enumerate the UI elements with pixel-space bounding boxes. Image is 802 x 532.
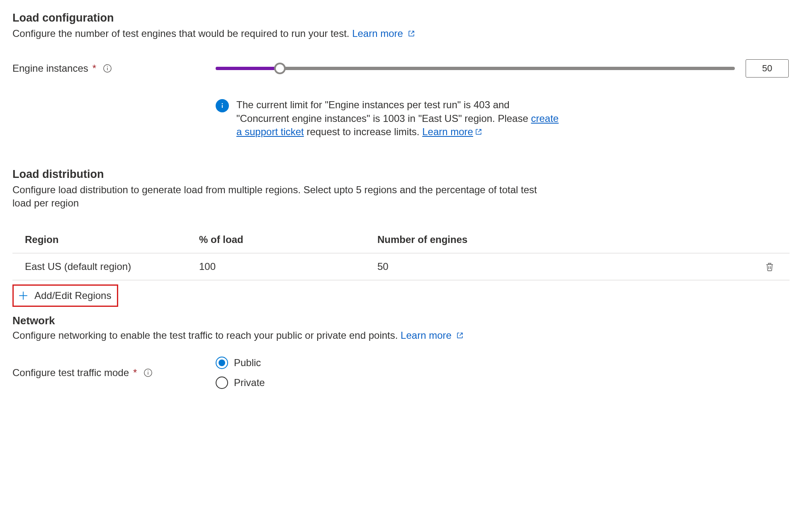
svg-point-2: [107, 66, 108, 67]
traffic-mode-private-radio[interactable]: Private: [216, 377, 265, 389]
load-config-desc-text: Configure the number of test engines tha…: [12, 28, 349, 39]
traffic-mode-label: Configure test traffic mode: [12, 367, 129, 379]
load-dist-desc: Configure load distribution to generate …: [12, 183, 552, 210]
add-edit-regions-label: Add/Edit Regions: [34, 290, 111, 301]
plus-icon: [18, 290, 29, 301]
load-config-title: Load configuration: [12, 12, 790, 24]
radio-public-label: Public: [234, 357, 261, 369]
engine-limit-info: The current limit for "Engine instances …: [236, 98, 564, 138]
network-learn-more-label: Learn more: [401, 330, 452, 341]
engine-instances-slider[interactable]: [216, 62, 735, 75]
cell-pct: 100: [199, 261, 377, 272]
network-desc: Configure networking to enable the test …: [12, 329, 552, 342]
info-badge-icon: [216, 99, 229, 112]
info-icon[interactable]: [143, 368, 153, 377]
network-desc-text: Configure networking to enable the test …: [12, 330, 398, 341]
network-learn-more-link[interactable]: Learn more: [401, 330, 463, 341]
load-dist-title: Load distribution: [12, 168, 790, 181]
delete-region-button[interactable]: [765, 261, 784, 272]
network-title: Network: [12, 314, 790, 327]
region-table: Region % of load Number of engines East …: [12, 226, 790, 280]
engine-instances-input[interactable]: [746, 59, 789, 78]
learn-more-label: Learn more: [352, 28, 403, 39]
table-header: Region % of load Number of engines: [12, 226, 790, 253]
load-config-desc: Configure the number of test engines tha…: [12, 27, 552, 40]
col-engines: Number of engines: [377, 234, 755, 245]
required-star-icon: *: [133, 367, 137, 379]
engine-instances-label: Engine instances: [12, 63, 88, 74]
external-link-icon: [408, 30, 415, 37]
external-link-icon: [475, 128, 482, 136]
col-pct: % of load: [199, 234, 377, 245]
load-config-learn-more-link[interactable]: Learn more: [352, 28, 415, 39]
table-row: East US (default region)10050: [12, 253, 790, 280]
external-link-icon: [456, 332, 464, 339]
svg-point-4: [222, 103, 223, 104]
cell-region: East US (default region): [25, 261, 199, 272]
required-star-icon: *: [92, 63, 96, 74]
trash-icon: [765, 261, 775, 272]
info-text-b: request to increase limits.: [304, 126, 422, 137]
radio-private-label: Private: [234, 377, 265, 389]
col-region: Region: [25, 234, 199, 245]
add-edit-regions-button[interactable]: Add/Edit Regions: [12, 284, 118, 307]
traffic-mode-public-radio[interactable]: Public: [216, 357, 265, 369]
limits-learn-more-label: Learn more: [422, 126, 473, 137]
radio-unchecked-icon: [216, 377, 228, 389]
limits-learn-more-link[interactable]: Learn more: [422, 126, 482, 137]
svg-point-11: [148, 370, 148, 371]
radio-checked-icon: [216, 357, 228, 369]
info-icon[interactable]: [103, 64, 112, 73]
cell-engines: 50: [377, 261, 755, 272]
info-text-a: The current limit for "Engine instances …: [236, 99, 531, 124]
